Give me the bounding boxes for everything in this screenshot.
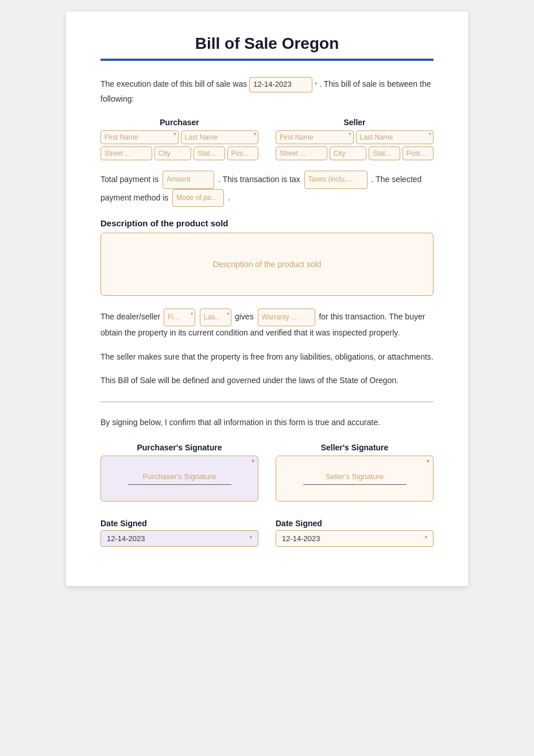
page-title: Bill of Sale Oregon [100, 34, 434, 53]
purchaser-sig-inner: Purchaser's Signature [107, 472, 252, 485]
seller-sig-required: * [427, 458, 429, 466]
description-textarea[interactable]: Description of the product sold [100, 233, 434, 296]
execution-date-input[interactable]: 12-14-2023 [249, 77, 312, 92]
warranty-text1: The dealer/seller [100, 312, 160, 321]
seller-title: Seller [276, 118, 434, 127]
purchaser-date-section: Date Signed 12-14-2023 * [100, 519, 258, 547]
seller-date-required: * [425, 535, 427, 542]
purchaser-date-label: Date Signed [100, 519, 258, 528]
dates-row: Date Signed 12-14-2023 * Date Signed 12-… [100, 519, 434, 547]
warranty-input[interactable]: Warranty ... [258, 308, 315, 326]
seller-date-label: Date Signed [276, 519, 434, 528]
purchaser-last-name[interactable]: Last Name [181, 130, 259, 144]
purchaser-date-value: 12-14-2023 [107, 534, 145, 543]
legal1-text: The seller makes sure that the property … [100, 350, 434, 364]
seller-first-name[interactable]: First Name [276, 130, 354, 144]
page: Bill of Sale Oregon The execution date o… [66, 11, 468, 586]
purchaser-sig-label: Purchaser's Signature [100, 443, 258, 452]
blue-divider [100, 59, 434, 61]
amount-input[interactable]: Amount [162, 171, 214, 189]
intro-paragraph: The execution date of this bill of sale … [100, 77, 434, 105]
warranty-text2: gives [235, 312, 254, 321]
payment-text2: . This transaction is tax [218, 175, 300, 184]
purchaser-title: Purchaser [100, 118, 258, 127]
signatures-row: Purchaser's Signature * Purchaser's Sign… [100, 443, 434, 502]
purchaser-sig-placeholder: Purchaser's Signature [143, 472, 216, 481]
dealer-first-name[interactable]: Fi... [164, 308, 195, 326]
purchaser-signature-box[interactable]: * Purchaser's Signature [100, 456, 258, 502]
purchaser-name-row: First Name Last Name [100, 130, 258, 144]
purchaser-date-input[interactable]: 12-14-2023 * [100, 530, 258, 547]
legal2-text: This Bill of Sale will be defined and go… [100, 374, 434, 388]
seller-state[interactable]: Stat... [369, 146, 400, 160]
seller-sig-placeholder: Seller's Signature [326, 472, 384, 481]
mode-input[interactable]: Mode of pa... [172, 189, 224, 207]
seller-date-value: 12-14-2023 [282, 534, 320, 543]
seller-sig-label: Seller's Signature [276, 443, 434, 452]
seller-signature-box[interactable]: * Seller's Signature [276, 456, 434, 502]
intro-text1: The execution date of this bill of sale … [100, 79, 247, 88]
taxes-input[interactable]: Taxes (inclu.... [304, 171, 367, 189]
seller-sig-inner: Seller's Signature [282, 472, 427, 485]
purchaser-section: Purchaser First Name Last Name Street ..… [100, 118, 258, 163]
purchaser-city[interactable]: City [154, 146, 191, 160]
confirm-text: By signing below, I confirm that all inf… [100, 416, 434, 429]
payment-period: . [228, 192, 230, 202]
seller-postal[interactable]: Postal... [403, 146, 434, 160]
seller-sig-underline [303, 484, 407, 485]
purchaser-address-row: Street ... City Stat... Pos... [100, 146, 258, 160]
seller-section: Seller First Name Last Name Street ... C… [276, 118, 434, 163]
purchaser-sig-required: * [251, 458, 254, 466]
seller-last-name[interactable]: Last Name [356, 130, 434, 144]
purchaser-sig-underline [128, 484, 231, 485]
seller-city[interactable]: City [330, 146, 366, 160]
purchaser-first-name[interactable]: First Name [100, 130, 179, 144]
purchaser-postal[interactable]: Pos... [227, 146, 258, 160]
payment-row: Total payment is Amount . This transacti… [100, 171, 434, 207]
signature-divider [100, 402, 434, 402]
purchaser-street[interactable]: Street ... [100, 146, 152, 160]
parties-row: Purchaser First Name Last Name Street ..… [100, 118, 434, 163]
purchaser-signature-section: Purchaser's Signature * Purchaser's Sign… [100, 443, 258, 502]
dealer-last-name[interactable]: Las... [200, 308, 231, 326]
seller-name-row: First Name Last Name [276, 130, 434, 144]
description-placeholder: Description of the product sold [212, 260, 321, 269]
seller-date-section: Date Signed 12-14-2023 * [276, 519, 434, 547]
purchaser-date-required: * [250, 535, 252, 542]
seller-address-row: Street ... City Stat... Postal... [276, 146, 434, 160]
description-section-title: Description of the product sold [100, 218, 434, 228]
payment-text1: Total payment is [100, 175, 158, 184]
purchaser-state[interactable]: Stat... [194, 146, 225, 160]
seller-date-input[interactable]: 12-14-2023 * [276, 530, 434, 547]
seller-signature-section: Seller's Signature * Seller's Signature [276, 443, 434, 502]
warranty-paragraph: The dealer/seller Fi... Las... gives War… [100, 308, 434, 340]
seller-street[interactable]: Street ... [276, 146, 327, 160]
